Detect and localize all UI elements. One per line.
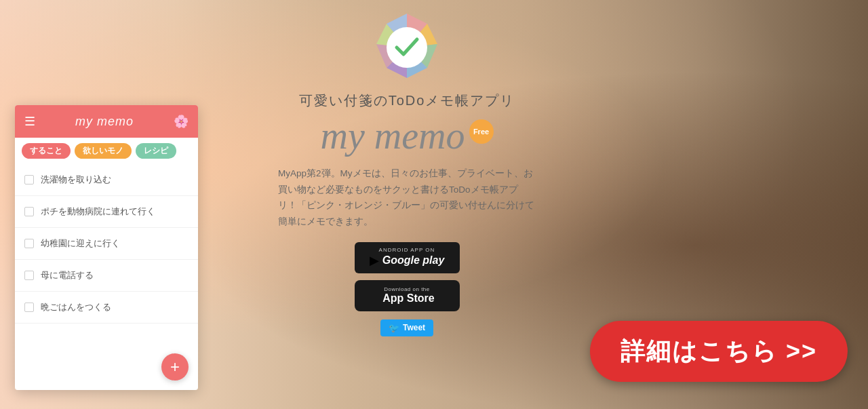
checkbox[interactable] xyxy=(24,239,34,248)
list-item[interactable]: 洗濯物を取り込む xyxy=(15,164,198,196)
checkbox[interactable] xyxy=(24,207,34,216)
download-buttons: ANDROID APP ON ▶ Google play Download on… xyxy=(355,242,460,336)
checkbox[interactable] xyxy=(24,271,34,280)
menu-icon[interactable]: ☰ xyxy=(24,115,35,128)
app-header-title: my memo xyxy=(75,115,134,129)
list-item[interactable]: 幼稚園に迎えに行く xyxy=(15,228,198,260)
app-tagline: 可愛い付箋のToDoメモ帳アプリ xyxy=(299,92,515,110)
app-panel: ☰ my memo 🌸 すること 欲しいモノ レシピ 洗濯物を取り込む ポチを動… xyxy=(15,105,198,390)
checkbox[interactable] xyxy=(24,303,34,312)
todo-list: 洗濯物を取り込む ポチを動物病院に連れて行く 幼稚園に迎えに行く 母に電話する … xyxy=(15,164,198,324)
flower-icon[interactable]: 🌸 xyxy=(174,114,189,129)
main-content: 可愛い付箋のToDoメモ帳アプリ my memo Free MyApp第2弾。M… xyxy=(224,10,590,336)
item-text: 晩ごはんをつくる xyxy=(41,301,111,313)
play-icon: ▶ xyxy=(370,253,379,268)
app-tabs: すること 欲しいモノ レシピ xyxy=(15,138,198,164)
tab-recipe[interactable]: レシピ xyxy=(136,143,176,159)
list-item[interactable]: 母に電話する xyxy=(15,260,198,292)
add-button[interactable]: + xyxy=(161,353,189,381)
google-play-top-text: ANDROID APP ON xyxy=(379,247,435,253)
item-text: 幼稚園に迎えに行く xyxy=(41,237,120,250)
item-text: ポチを動物病院に連れて行く xyxy=(41,206,155,218)
cta-label: 詳細はこちら >> xyxy=(620,335,817,368)
app-store-main: App Store xyxy=(379,292,434,305)
checkbox[interactable] xyxy=(24,175,34,184)
app-logo xyxy=(370,10,444,85)
free-badge: Free xyxy=(469,119,494,144)
tweet-button[interactable]: 🐦 Tweet xyxy=(380,319,433,336)
app-header: ☰ my memo 🌸 xyxy=(15,105,198,138)
tab-todo[interactable]: すること xyxy=(22,143,71,159)
app-name: my memo xyxy=(320,117,465,155)
google-play-label: Google play xyxy=(382,254,445,267)
app-store-button[interactable]: Download on the App Store xyxy=(355,280,460,311)
item-text: 母に電話する xyxy=(41,269,94,281)
list-item[interactable]: 晩ごはんをつくる xyxy=(15,292,198,324)
twitter-icon: 🐦 xyxy=(389,323,399,333)
google-play-button[interactable]: ANDROID APP ON ▶ Google play xyxy=(355,242,460,273)
svg-point-8 xyxy=(387,27,427,68)
tab-wishlist[interactable]: 欲しいモノ xyxy=(75,143,132,159)
app-store-label: App Store xyxy=(382,292,434,305)
app-title-container: my memo Free xyxy=(320,117,493,155)
google-play-main: ▶ Google play xyxy=(370,253,445,268)
tweet-label: Tweet xyxy=(403,323,425,332)
cta-button[interactable]: 詳細はこちら >> xyxy=(590,321,848,382)
app-store-top-text: Download on the xyxy=(384,286,430,292)
list-item[interactable]: ポチを動物病院に連れて行く xyxy=(15,196,198,228)
app-description: MyApp第2弾。Myメモは、日々のお仕事、プライベート、お買い物など必要なもの… xyxy=(278,165,536,230)
item-text: 洗濯物を取り込む xyxy=(41,174,111,186)
